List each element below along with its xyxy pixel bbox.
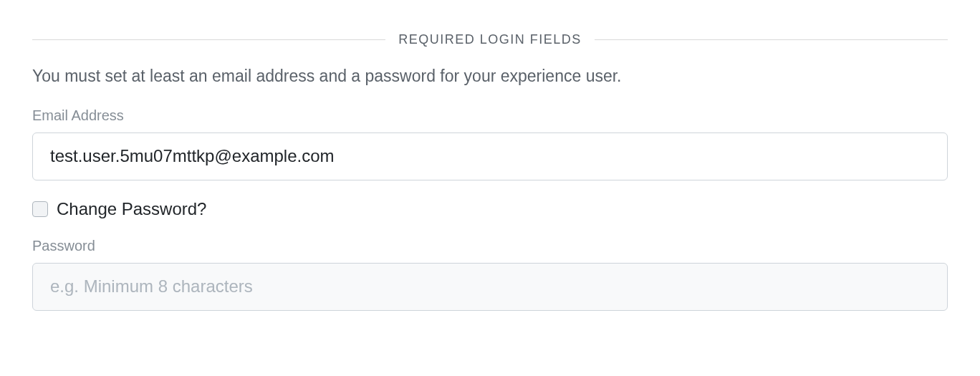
email-label: Email Address xyxy=(32,107,948,124)
password-field-group: Password xyxy=(32,238,948,311)
change-password-row: Change Password? xyxy=(32,199,948,219)
password-label: Password xyxy=(32,238,948,254)
divider-right xyxy=(595,39,948,40)
change-password-label[interactable]: Change Password? xyxy=(57,199,206,219)
divider-left xyxy=(32,39,385,40)
password-input[interactable] xyxy=(32,263,948,311)
change-password-checkbox[interactable] xyxy=(32,201,48,217)
email-input[interactable] xyxy=(32,132,948,180)
section-header: REQUIRED LOGIN FIELDS xyxy=(32,32,948,47)
section-title: REQUIRED LOGIN FIELDS xyxy=(385,32,595,47)
section-description: You must set at least an email address a… xyxy=(32,64,948,87)
email-field-group: Email Address xyxy=(32,107,948,180)
